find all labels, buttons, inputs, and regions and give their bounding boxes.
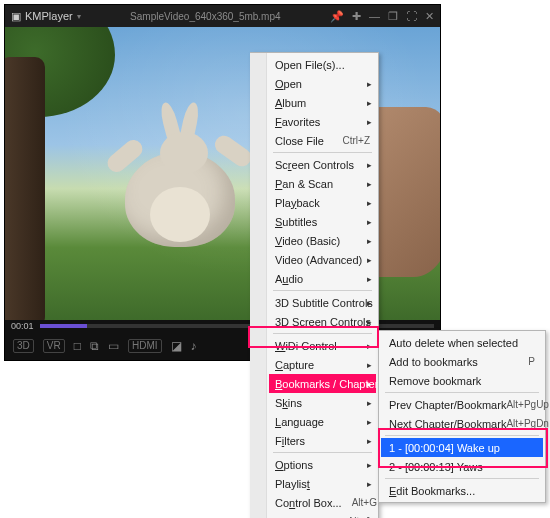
submenu-item-auto_del[interactable]: Auto delete when selected — [381, 333, 543, 352]
menu-shortcut: Alt+G — [352, 497, 377, 508]
menu-label: Close File — [275, 135, 333, 147]
submenu-label: 2 - [00:00:13] Yaws — [389, 461, 535, 473]
menu-label: Skins — [275, 397, 370, 409]
menu-item-open[interactable]: Open▸ — [269, 74, 376, 93]
brand-icon: ▣ — [11, 10, 21, 23]
menu-separator — [385, 392, 539, 393]
menu-item-album[interactable]: Album▸ — [269, 93, 376, 112]
submenu-label: Remove bookmark — [389, 375, 535, 387]
vr-button[interactable]: VR — [43, 339, 65, 353]
menu-label: Favorites — [275, 116, 370, 128]
app-name: KMPlayer — [25, 10, 73, 22]
menu-item-filters[interactable]: Filters▸ — [269, 431, 376, 450]
menu-item-favorites[interactable]: Favorites▸ — [269, 112, 376, 131]
submenu-arrow-icon: ▸ — [367, 274, 372, 284]
menu-label: 3D Subtitle Controls — [275, 297, 373, 309]
menu-separator — [273, 333, 372, 334]
submenu-arrow-icon: ▸ — [367, 217, 372, 227]
menu-label: Video (Basic) — [275, 235, 370, 247]
3d-button[interactable]: 3D — [13, 339, 34, 353]
submenu-item-prev_ch[interactable]: Prev Chapter/BookmarkAlt+PgUp — [381, 395, 543, 414]
subtitle-button[interactable]: □ — [74, 339, 81, 353]
submenu-arrow-icon: ▸ — [367, 160, 372, 170]
menu-item-pan_scan[interactable]: Pan & Scan▸ — [269, 174, 376, 193]
audio-button[interactable]: ♪ — [191, 339, 197, 353]
submenu-arrow-icon: ▸ — [367, 479, 372, 489]
submenu-item-edit_bm[interactable]: Edit Bookmarks... — [381, 481, 543, 500]
screen-button[interactable]: ◪ — [171, 339, 182, 353]
submenu-shortcut: Alt+PgDn — [506, 418, 549, 429]
menu-label: Subtitles — [275, 216, 370, 228]
menu-label: Album — [275, 97, 370, 109]
menu-item-screen_controls[interactable]: Screen Controls▸ — [269, 155, 376, 174]
menu-item-video_adv[interactable]: Video (Advanced)▸ — [269, 250, 376, 269]
menu-item-bookmarks[interactable]: Bookmarks / Chapter▸ — [269, 374, 376, 393]
menu-label: Language — [275, 416, 370, 428]
menu-item-open_files[interactable]: Open File(s)... — [269, 55, 376, 74]
submenu-arrow-icon: ▸ — [367, 417, 372, 427]
context-menu: KMPlayer, We All Enjoy! Open File(s)...O… — [250, 52, 379, 518]
menu-label: Filters — [275, 435, 370, 447]
menu-item-options[interactable]: Options▸ — [269, 455, 376, 474]
menu-label: Video (Advanced) — [275, 254, 370, 266]
submenu-label: Prev Chapter/Bookmark — [389, 399, 506, 411]
minimize-icon[interactable]: — — [369, 10, 380, 23]
menu-item-language[interactable]: Language▸ — [269, 412, 376, 431]
restore-icon[interactable]: ❐ — [388, 10, 398, 23]
menu-label: Playback — [275, 197, 370, 209]
menu-separator — [273, 152, 372, 153]
menu-label: WiDi Control — [275, 340, 370, 352]
submenu-arrow-icon: ▸ — [367, 379, 372, 389]
menu-separator — [273, 452, 372, 453]
submenu-label: Next Chapter/Bookmark — [389, 418, 506, 430]
menu-label: Open File(s)... — [275, 59, 370, 71]
menu-item-3d_scr[interactable]: 3D Screen Controls▸ — [269, 312, 376, 331]
ratio-button[interactable]: ▭ — [108, 339, 119, 353]
menu-label: Playlist — [275, 478, 370, 490]
menu-item-capture[interactable]: Capture▸ — [269, 355, 376, 374]
app-logo[interactable]: ▣ KMPlayer ▾ — [11, 10, 81, 23]
pin-icon[interactable]: 📌 — [330, 10, 344, 23]
submenu-item-add_bm[interactable]: Add to bookmarksP — [381, 352, 543, 371]
hdmi-button[interactable]: HDMI — [128, 339, 162, 353]
menu-label: Open — [275, 78, 370, 90]
fullscreen-icon[interactable]: ⛶ — [406, 10, 417, 23]
menu-item-control_box[interactable]: Control Box...Alt+G — [269, 493, 376, 512]
option-icon[interactable]: ✚ — [352, 10, 361, 23]
submenu-arrow-icon: ▸ — [367, 398, 372, 408]
submenu-label: Add to bookmarks — [389, 356, 528, 368]
window-buttons: 📌 ✚ — ❐ ⛶ ✕ — [330, 10, 434, 23]
menu-item-skins[interactable]: Skins▸ — [269, 393, 376, 412]
submenu-label: 1 - [00:00:04] Wake up — [389, 442, 535, 454]
menu-item-3d_sub[interactable]: 3D Subtitle Controls▸ — [269, 293, 376, 312]
menu-label: Bookmarks / Chapter — [275, 378, 378, 390]
menu-item-subtitles[interactable]: Subtitles▸ — [269, 212, 376, 231]
submenu-label: Auto delete when selected — [389, 337, 535, 349]
menu-item-video_basic[interactable]: Video (Basic)▸ — [269, 231, 376, 250]
brand-strip: KMPlayer, We All Enjoy! — [250, 53, 267, 518]
submenu-arrow-icon: ▸ — [367, 198, 372, 208]
menu-item-playback[interactable]: Playback▸ — [269, 193, 376, 212]
menu-item-playlist[interactable]: Playlist▸ — [269, 474, 376, 493]
submenu-arrow-icon: ▸ — [367, 360, 372, 370]
close-icon[interactable]: ✕ — [425, 10, 434, 23]
menu-label: Screen Controls — [275, 159, 370, 171]
submenu-item-bm2[interactable]: 2 - [00:00:13] Yaws — [381, 457, 543, 476]
menu-separator — [273, 290, 372, 291]
screenshot-button[interactable]: ⧉ — [90, 339, 99, 353]
bookmarks-submenu: Auto delete when selectedAdd to bookmark… — [378, 330, 546, 503]
menu-label: Options — [275, 459, 370, 471]
submenu-item-next_ch[interactable]: Next Chapter/BookmarkAlt+PgDn — [381, 414, 543, 433]
menu-label: Pan & Scan — [275, 178, 370, 190]
menu-item-media_info[interactable]: Media Info...Alt+J — [269, 512, 376, 518]
submenu-arrow-icon: ▸ — [367, 117, 372, 127]
menu-label: Capture — [275, 359, 370, 371]
titlebar: ▣ KMPlayer ▾ SampleVideo_640x360_5mb.mp4… — [5, 5, 440, 27]
menu-item-close_file[interactable]: Close FileCtrl+Z — [269, 131, 376, 150]
menu-item-widi[interactable]: WiDi Control▸ — [269, 336, 376, 355]
submenu-item-bm1[interactable]: 1 - [00:00:04] Wake up — [381, 438, 543, 457]
menu-item-audio[interactable]: Audio▸ — [269, 269, 376, 288]
file-title: SampleVideo_640x360_5mb.mp4 — [81, 11, 330, 22]
submenu-item-rem_bm[interactable]: Remove bookmark — [381, 371, 543, 390]
menu-label: 3D Screen Controls — [275, 316, 371, 328]
